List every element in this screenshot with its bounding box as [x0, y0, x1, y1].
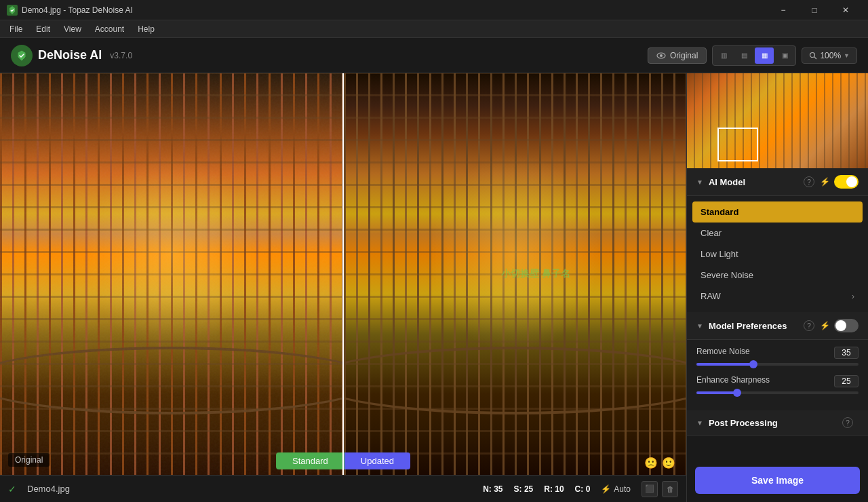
- model-prefs-help-icon[interactable]: ?: [804, 320, 814, 331]
- sharpness-metric: S: 25: [514, 484, 534, 494]
- model-option-low-light[interactable]: Low Light: [692, 244, 863, 265]
- comparison-emoji-buttons: 🙁 🙂: [644, 457, 675, 469]
- canvas-area[interactable]: 小切换壁 鼻子名 Original Standard Updated 🙁 🙂 ✓…: [0, 73, 686, 502]
- image-panel-processed: 小切换壁 鼻子名: [344, 73, 686, 475]
- logo-icon: [11, 45, 33, 66]
- model-prefs-toggle[interactable]: [834, 319, 859, 332]
- menu-edit[interactable]: Edit: [29, 22, 57, 37]
- titlebar: Demo4.jpg - Topaz DeNoise AI − □ ✕: [0, 0, 868, 20]
- split-divider[interactable]: [342, 73, 344, 475]
- lightning-icon: ⚡: [601, 484, 611, 494]
- view-btn-side-by-side[interactable]: ▦: [755, 47, 774, 64]
- zoom-icon: [809, 52, 817, 60]
- badge-updated[interactable]: Updated: [344, 452, 410, 469]
- prefs-lightning-icon: ⚡: [820, 321, 830, 330]
- ai-model-help-icon[interactable]: ?: [804, 176, 814, 187]
- noise-overlay: [0, 73, 342, 475]
- enhance-sharpness-value[interactable]: 25: [834, 375, 859, 387]
- svg-point-3: [810, 52, 815, 57]
- model-preferences-controls: Remove Noise 35 Enhance Sharpness 25: [687, 340, 868, 410]
- enhance-sharpness-label: Enhance Sharpness: [696, 375, 770, 387]
- remove-noise-label-row: Remove Noise 35: [696, 347, 859, 359]
- horizontal-bars-overlay-r: [344, 73, 686, 475]
- noise-metric: N: 35: [483, 484, 502, 494]
- minimize-button[interactable]: −: [768, 0, 799, 20]
- remove-noise-label: Remove Noise: [696, 347, 750, 359]
- app-version: v3.7.0: [110, 51, 132, 60]
- ai-model-lightning-icon: ⚡: [820, 177, 830, 187]
- chevron-down-icon: ▼: [844, 52, 850, 59]
- svg-point-2: [660, 54, 663, 57]
- thumbnail-bg: [687, 73, 868, 168]
- original-toggle-button[interactable]: Original: [648, 47, 707, 64]
- emoji-happy[interactable]: 🙂: [662, 457, 675, 469]
- menu-help[interactable]: Help: [131, 22, 161, 37]
- remove-noise-track[interactable]: [696, 363, 859, 366]
- inner-glow-left: [85, 153, 257, 354]
- raw-arrow-icon: ›: [852, 292, 854, 301]
- ai-model-toggle[interactable]: [834, 175, 859, 189]
- menubar: File Edit View Account Help: [0, 20, 868, 38]
- app-icon: [7, 5, 18, 16]
- model-option-raw[interactable]: RAW ›: [692, 286, 863, 307]
- prefs-chevron-icon: ▼: [696, 322, 703, 330]
- remove-noise-value[interactable]: 35: [834, 347, 859, 359]
- ai-model-section-header[interactable]: ▼ AI Model ? ⚡: [687, 168, 868, 196]
- menu-account[interactable]: Account: [88, 22, 131, 37]
- filename-label: Demo4.jpg: [27, 484, 70, 494]
- zoom-control[interactable]: 100% ▼: [802, 47, 857, 64]
- ai-model-title: AI Model: [709, 177, 804, 187]
- app-logo: DeNoise AI v3.7.0: [11, 45, 132, 66]
- app-name: DeNoise AI: [38, 48, 102, 62]
- view-btn-single[interactable]: ▣: [775, 47, 794, 64]
- post-proc-chevron-icon: ▼: [696, 419, 703, 427]
- remove-noise-slider-row: Remove Noise 35: [696, 347, 859, 366]
- svg-line-4: [814, 57, 816, 59]
- model-prefs-section-header[interactable]: ▼ Model Preferences ? ⚡: [687, 312, 868, 340]
- save-image-button[interactable]: Save Image: [695, 467, 860, 494]
- remove-noise-thumb[interactable]: [749, 360, 757, 368]
- post-proc-section-header[interactable]: ▼ Post Processing ?: [687, 410, 868, 436]
- color-metric: C: 0: [575, 484, 591, 494]
- view-btn-split-v[interactable]: ▥: [714, 47, 733, 64]
- window-title: Demo4.jpg - Topaz DeNoise AI: [22, 5, 768, 15]
- remove-noise-fill: [696, 363, 753, 366]
- badge-standard[interactable]: Standard: [276, 452, 344, 469]
- model-option-standard[interactable]: Standard: [692, 201, 863, 223]
- status-bar: ✓ Demo4.jpg N: 35 S: 25 R: 10 C: 0 ⚡ Aut…: [0, 475, 686, 502]
- horizontal-bars-overlay: [0, 73, 342, 475]
- model-option-severe-noise[interactable]: Severe Noise: [692, 265, 863, 286]
- eye-icon: [656, 51, 666, 60]
- thumbnail-bars: [687, 73, 868, 168]
- image-panel-original: [0, 73, 342, 475]
- menu-file[interactable]: File: [3, 22, 29, 37]
- original-image: [0, 73, 342, 475]
- thumbnail-focus-box[interactable]: [717, 128, 758, 161]
- emoji-sad[interactable]: 🙁: [644, 457, 658, 469]
- auto-mode[interactable]: ⚡ Auto: [601, 484, 631, 494]
- toolbar: Original ▥ ▤ ▦ ▣ 100% ▼: [648, 45, 857, 66]
- menu-view[interactable]: View: [57, 22, 88, 37]
- processed-image: [344, 73, 686, 475]
- thumbnail-preview: [687, 73, 868, 168]
- right-panel: ▼ AI Model ? ⚡ Standard Clear Low Light …: [686, 73, 868, 502]
- split-view: 小切换壁 鼻子名: [0, 73, 686, 475]
- arc-overlay-left: [0, 347, 342, 414]
- arc-overlay-right: [344, 347, 686, 414]
- view-btn-split-h[interactable]: ▤: [734, 47, 753, 64]
- enhance-sharpness-fill: [696, 391, 737, 394]
- enhance-sharpness-track[interactable]: [696, 391, 859, 394]
- recover-metric: R: 10: [544, 484, 564, 494]
- ai-model-list: Standard Clear Low Light Severe Noise RA…: [687, 196, 868, 312]
- close-button[interactable]: ✕: [830, 0, 861, 20]
- enhance-sharpness-thumb[interactable]: [733, 389, 741, 397]
- main-layout: 小切换壁 鼻子名 Original Standard Updated 🙁 🙂 ✓…: [0, 73, 868, 502]
- maximize-button[interactable]: □: [799, 0, 830, 20]
- chevron-icon: ▼: [696, 178, 703, 186]
- record-button[interactable]: ⬛: [642, 481, 658, 497]
- enhance-sharpness-label-row: Enhance Sharpness 25: [696, 375, 859, 387]
- model-option-clear[interactable]: Clear: [692, 223, 863, 244]
- post-proc-help-icon[interactable]: ?: [842, 417, 853, 428]
- delete-button[interactable]: 🗑: [662, 481, 678, 497]
- checkmark-icon: ✓: [8, 484, 16, 495]
